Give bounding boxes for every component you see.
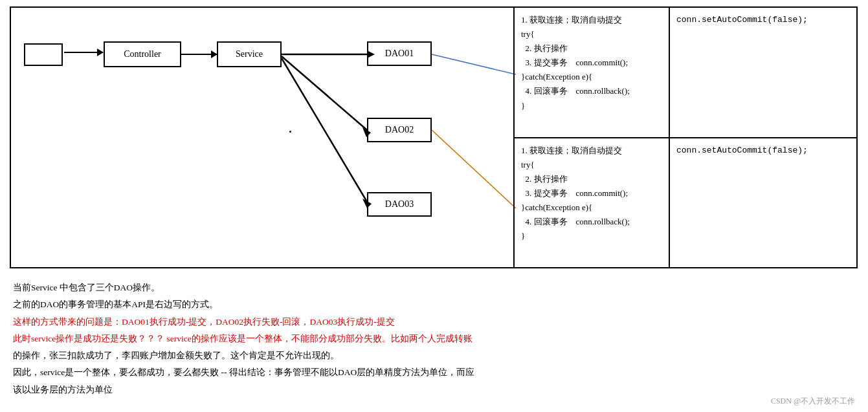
tx2-line5: }catch(Exception e){ [521,201,662,215]
tx-right-2: conn.setAutoCommit(false); [670,138,856,268]
svg-line-7 [432,130,516,208]
bottom-text: 当前Service 中包含了三个DAO操作。 之前的DAO的事务管理的基本API… [10,275,858,404]
dao02-label: DAO02 [385,125,414,135]
input-box [24,43,63,66]
tx2-line4: 3. 提交事务 conn.commit(); [521,186,662,201]
dao02-box: DAO02 [367,118,432,142]
bottom-p3: 这样的方式带来的问题是：DAO01执行成功-提交，DAO02执行失败-回滚，DA… [13,314,855,330]
tx-block-1: 1. 获取连接；取消自动提交 try{ 2. 执行操作 3. 提交事务 conn… [515,8,856,138]
dao01-box: DAO01 [367,41,432,66]
bottom-p1: 当前Service 中包含了三个DAO操作。 [13,280,855,296]
dao01-label: DAO01 [385,49,414,59]
bottom-p4-highlight: 此时service操作是成功还是失败？？？ service的操作应该是一个整体，… [13,334,473,343]
dao03-label: DAO03 [385,199,414,210]
arrow-controller-service [181,54,217,55]
tx1-line1: 1. 获取连接；取消自动提交 [521,13,662,27]
bottom-p2: 之前的DAO的事务管理的基本API是右边写的方式。 [13,297,855,312]
svg-line-2 [282,56,367,130]
tx1-code: conn.setAutoCommit(false); [676,13,850,27]
tx1-line2: try{ [521,27,662,41]
main-container: Controller Service DAO01 DAO02 DAO03 [0,0,868,411]
svg-line-6 [432,54,516,74]
bottom-p5: 的操作，张三扣款成功了，李四账户增加金额失败了。这个肯定是不允许出现的。 [13,348,855,363]
tx1-line7: } [521,99,662,113]
bottom-p7: 该以业务层的方法为单位 [13,382,855,398]
tx1-line3: 2. 执行操作 [521,41,662,56]
arrow-input-controller [64,52,103,53]
tx1-line6: 4. 回滚事务 conn.rollback(); [521,84,662,98]
tx2-line3: 2. 执行操作 [521,172,662,186]
tx2-line1: 1. 获取连接；取消自动提交 [521,144,662,158]
svg-line-4 [282,58,367,202]
tx1-line5: }catch(Exception e){ [521,70,662,84]
watermark: CSDN @不入开发不工作 [771,396,855,407]
right-panel: 1. 获取连接；取消自动提交 try{ 2. 执行操作 3. 提交事务 conn… [513,8,856,267]
tx2-line6: 4. 回滚事务 conn.rollback(); [521,215,662,229]
center-dot [289,131,291,133]
controller-label: Controller [124,49,161,60]
service-label: Service [236,49,263,60]
bottom-p6: 因此，service是一个整体，要么都成功，要么都失败 -- 得出结论：事务管理… [13,365,855,380]
tx2-line2: try{ [521,158,662,172]
controller-box: Controller [104,41,181,67]
tx2-line7: } [521,229,662,243]
tx1-line4: 3. 提交事务 conn.commit(); [521,56,662,70]
tx-left-2: 1. 获取连接；取消自动提交 try{ 2. 执行操作 3. 提交事务 conn… [515,138,670,268]
tx-block-2: 1. 获取连接；取消自动提交 try{ 2. 执行操作 3. 提交事务 conn… [515,138,856,268]
tx2-code: conn.setAutoCommit(false); [676,144,850,158]
tx-right-1: conn.setAutoCommit(false); [670,8,856,137]
tx-left-1: 1. 获取连接；取消自动提交 try{ 2. 执行操作 3. 提交事务 conn… [515,8,670,137]
dao03-box: DAO03 [367,192,432,217]
bottom-p3-highlight: 这样的方式带来的问题是：DAO01执行成功-提交，DAO02执行失败-回滚，DA… [13,317,395,327]
bottom-p4: 此时service操作是成功还是失败？？？ service的操作应该是一个整体，… [13,331,855,347]
service-box: Service [217,41,282,67]
diagram-area: Controller Service DAO01 DAO02 DAO03 [10,6,858,268]
